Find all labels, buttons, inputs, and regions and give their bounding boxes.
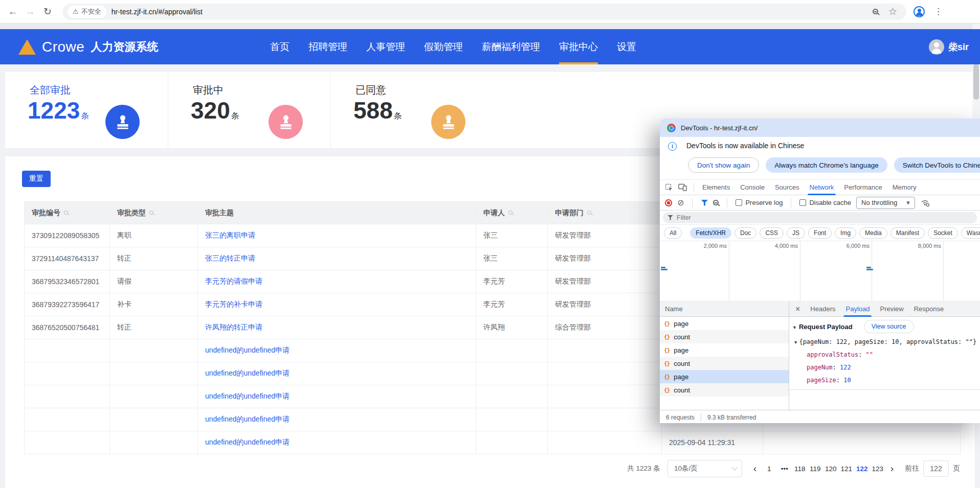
table-header-cell[interactable]: 审批类型 bbox=[110, 202, 198, 224]
zoom-out-icon[interactable] bbox=[873, 9, 878, 14]
request-type-chip[interactable]: Wasm bbox=[961, 227, 980, 239]
filter-input[interactable] bbox=[677, 214, 779, 221]
request-row[interactable]: {} page bbox=[660, 317, 789, 330]
request-type-chip[interactable]: Font bbox=[808, 227, 832, 239]
expander-icon[interactable]: ▼ bbox=[794, 340, 797, 345]
nav-menu-item[interactable]: 设置 bbox=[617, 29, 636, 64]
column-search-icon[interactable] bbox=[149, 211, 153, 215]
subject-link[interactable]: 李元芳的请假申请 bbox=[205, 277, 262, 285]
subject-link[interactable]: undefined的undefined申请 bbox=[205, 392, 289, 400]
browser-profile-icon[interactable] bbox=[914, 6, 925, 17]
devtools-tab[interactable]: Memory bbox=[887, 180, 922, 195]
subject-link[interactable]: 张三的转正申请 bbox=[205, 254, 255, 262]
request-type-chip[interactable]: Fetch/XHR bbox=[690, 227, 731, 239]
nav-menu-item[interactable]: 招聘管理 bbox=[308, 29, 347, 64]
page-number[interactable]: 120 bbox=[824, 465, 838, 473]
page-size-select[interactable]: 10条/页 bbox=[667, 460, 742, 477]
page-number[interactable]: 121 bbox=[839, 465, 853, 473]
payload-summary[interactable]: ▼{pageNum: 122, pageSize: 10, approvalSt… bbox=[794, 338, 976, 345]
column-search-icon[interactable] bbox=[508, 211, 513, 215]
network-timeline[interactable]: 2,000 ms 4,000 ms 6,000 ms 8,000 ms bbox=[660, 241, 980, 301]
page-number[interactable]: 122 bbox=[855, 465, 869, 473]
request-type-chip[interactable]: Manifest bbox=[890, 227, 925, 239]
clear-icon[interactable]: ⊘ bbox=[677, 199, 684, 207]
table-header-cell[interactable]: 审批编号 bbox=[25, 202, 110, 224]
throttling-select[interactable]: No throttling ▾ bbox=[856, 197, 915, 209]
subject-link[interactable]: undefined的undefined申请 bbox=[205, 438, 289, 446]
reset-button[interactable]: 重置 bbox=[22, 171, 51, 187]
devtools-tab[interactable]: Performance bbox=[839, 180, 887, 195]
table-header-cell[interactable]: 申请人 bbox=[476, 202, 548, 224]
subject-link[interactable]: undefined的undefined申请 bbox=[205, 346, 289, 354]
request-type-chip[interactable]: JS bbox=[787, 227, 805, 239]
next-page-button[interactable]: › bbox=[886, 463, 898, 474]
table-header-cell[interactable]: 申请部门 bbox=[548, 202, 662, 224]
column-search-icon[interactable] bbox=[64, 211, 68, 215]
subject-link[interactable]: 许凤翔的转正申请 bbox=[205, 323, 262, 331]
request-type-chip[interactable]: Img bbox=[835, 227, 856, 239]
devtools-titlebar[interactable]: DevTools - hr-test.zjf-it.cn/ bbox=[660, 119, 980, 137]
devtools-tab[interactable]: Sources bbox=[770, 180, 805, 195]
page-number[interactable]: 1 bbox=[763, 465, 776, 473]
view-source-button[interactable]: View source bbox=[864, 320, 914, 333]
nav-menu-item[interactable]: 人事管理 bbox=[366, 29, 405, 64]
nav-menu-item[interactable]: 首页 bbox=[270, 29, 289, 64]
preserve-log-checkbox[interactable]: Preserve log bbox=[736, 199, 783, 206]
detail-tab[interactable]: Headers bbox=[805, 301, 840, 317]
name-column-header[interactable]: Name bbox=[660, 301, 789, 317]
network-conditions-icon[interactable] bbox=[920, 198, 930, 208]
banner-button[interactable]: Don't show again bbox=[688, 157, 759, 173]
reload-icon[interactable]: ↻ bbox=[39, 6, 56, 17]
stat-card[interactable]: 审批中 320条 bbox=[168, 72, 330, 148]
stat-card[interactable]: 已同意 588条 bbox=[330, 72, 493, 148]
request-type-chip[interactable]: All bbox=[664, 227, 682, 239]
page-number[interactable]: 119 bbox=[809, 465, 822, 473]
subject-link[interactable]: undefined的undefined申请 bbox=[205, 369, 289, 377]
prev-page-button[interactable]: ‹ bbox=[749, 463, 761, 474]
column-search-icon[interactable] bbox=[587, 211, 591, 215]
subject-link[interactable]: 张三的离职申请 bbox=[205, 231, 255, 239]
network-search-icon[interactable] bbox=[713, 200, 719, 205]
address-bar[interactable]: ⚠ 不安全 hr-test.zjf-it.cn/#/approval/list … bbox=[62, 4, 906, 20]
request-row[interactable]: {} page bbox=[660, 343, 789, 357]
device-toolbar-icon[interactable] bbox=[677, 182, 687, 193]
url-text[interactable]: hr-test.zjf-it.cn/#/approval/list bbox=[112, 8, 203, 16]
request-row[interactable]: {} page bbox=[660, 370, 789, 383]
devtools-tab[interactable]: Elements bbox=[697, 180, 735, 195]
nav-menu-item[interactable]: 假勤管理 bbox=[424, 29, 463, 64]
request-type-chip[interactable]: Socket bbox=[928, 227, 958, 239]
brand-logo[interactable]: Crowe 人力资源系统 bbox=[18, 39, 158, 55]
request-type-chip[interactable]: Doc bbox=[734, 227, 756, 239]
back-icon[interactable]: ← bbox=[4, 6, 21, 17]
record-icon[interactable] bbox=[665, 199, 672, 206]
scrollbar-thumb[interactable] bbox=[973, 64, 979, 100]
devtools-tab[interactable]: Console bbox=[735, 180, 770, 195]
request-type-chip[interactable]: CSS bbox=[760, 227, 784, 239]
request-row[interactable]: {} count bbox=[660, 383, 789, 397]
detail-tab[interactable]: Response bbox=[909, 301, 949, 317]
devtools-tab[interactable]: Network bbox=[805, 180, 839, 195]
security-badge[interactable]: ⚠ 不安全 bbox=[68, 6, 106, 18]
user-menu[interactable]: 柴sir bbox=[929, 39, 969, 55]
close-icon[interactable]: × bbox=[789, 305, 805, 314]
banner-button[interactable]: Switch DevTools to Chinese bbox=[894, 157, 980, 173]
stat-card[interactable]: 全部审批 1223条 bbox=[5, 72, 168, 148]
bookmark-star-icon[interactable]: ☆ bbox=[888, 6, 897, 17]
forward-icon[interactable]: → bbox=[21, 6, 39, 17]
banner-button[interactable]: Always match Chrome's language bbox=[766, 157, 887, 173]
subject-link[interactable]: 李元芳的补卡申请 bbox=[205, 300, 262, 308]
table-header-cell[interactable]: 审批主题 bbox=[198, 202, 476, 224]
page-number[interactable]: 118 bbox=[793, 465, 807, 473]
detail-tab[interactable]: Preview bbox=[875, 301, 908, 317]
nav-menu-item[interactable]: 薪酬福利管理 bbox=[482, 29, 540, 64]
request-row[interactable]: {} count bbox=[660, 357, 789, 370]
request-row[interactable]: {} count bbox=[660, 330, 789, 343]
expander-icon[interactable]: ▼ bbox=[792, 325, 797, 330]
detail-tab[interactable]: Payload bbox=[840, 301, 875, 317]
page-number[interactable]: ••• bbox=[778, 465, 791, 473]
browser-menu-icon[interactable]: ⋮ bbox=[934, 6, 943, 17]
page-number[interactable]: 123 bbox=[871, 465, 884, 473]
subject-link[interactable]: undefined的undefined申请 bbox=[205, 415, 289, 423]
filter-icon[interactable] bbox=[701, 200, 708, 206]
request-type-chip[interactable]: Media bbox=[859, 227, 887, 239]
